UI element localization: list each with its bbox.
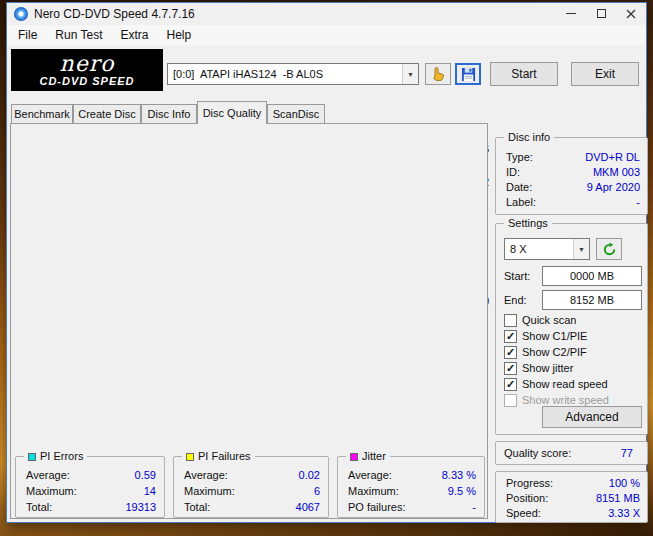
disc-label-label: Label: <box>506 196 536 208</box>
checkbox-label: Show jitter <box>522 362 573 374</box>
jitter-color-chip <box>350 453 358 461</box>
start-position-input[interactable]: 0000 MB <box>542 266 642 286</box>
checkbox-box[interactable]: ✓ <box>504 362 517 375</box>
pie-total-value: 19313 <box>125 501 156 513</box>
minimize-button[interactable] <box>556 3 586 24</box>
checkbox-label: Show C2/PIF <box>522 346 587 358</box>
pif-total-value: 4067 <box>296 501 320 513</box>
disc-info-title-text: Disc info <box>508 131 550 144</box>
disc-date-label: Date: <box>506 181 532 193</box>
tab-scandisc[interactable]: ScanDisc <box>267 104 325 123</box>
checkbox-box[interactable] <box>504 314 517 327</box>
pie-average-value: 0.59 <box>135 469 156 481</box>
pi-errors-panel: PI Errors Average:0.59 Maximum:14 Total:… <box>15 456 165 518</box>
disc-date-value: 9 Apr 2020 <box>587 181 640 193</box>
save-button[interactable] <box>455 63 481 85</box>
check-icon: ✓ <box>506 347 515 358</box>
checkbox-box <box>504 394 517 407</box>
checkbox-label: Show C1/PIE <box>522 330 587 342</box>
minimize-icon <box>566 13 576 14</box>
checkbox-box[interactable]: ✓ <box>504 330 517 343</box>
pie-total-label: Total: <box>26 501 52 513</box>
eject-hand-button[interactable] <box>425 63 451 85</box>
checkbox-show-c2-pif[interactable]: ✓Show C2/PIF <box>504 344 644 360</box>
disc-id-value: MKM 003 <box>593 166 640 178</box>
menu-help[interactable]: Help <box>158 26 201 44</box>
drive-select-value: [0:0] ATAPI iHAS124 -B AL0S <box>168 68 402 80</box>
checkbox-label: Quick scan <box>522 314 576 326</box>
jitter-panel-title: Jitter <box>346 450 390 463</box>
checkbox-show-c1-pie[interactable]: ✓Show C1/PIE <box>504 328 644 344</box>
disc-label-value: - <box>636 196 640 208</box>
pi-failures-panel-title: PI Failures <box>182 450 255 463</box>
checkbox-quick-scan[interactable]: Quick scan <box>504 312 644 328</box>
chevron-down-icon[interactable]: ▼ <box>402 64 418 84</box>
menu-file[interactable]: File <box>9 26 46 44</box>
maximize-button[interactable] <box>586 3 616 24</box>
pi-failures-color-chip <box>186 453 194 461</box>
pif-average-label: Average: <box>184 469 228 481</box>
disc-info-panel: Disc info Type:DVD+R DL ID:MKM 003 Date:… <box>495 137 648 215</box>
chevron-down-icon[interactable]: ▼ <box>573 239 589 259</box>
progress-value: 100 % <box>609 477 640 489</box>
po-failures-label: PO failures: <box>348 501 405 513</box>
speed-value: 3.33 X <box>608 507 640 519</box>
drive-select[interactable]: [0:0] ATAPI iHAS124 -B AL0S ▼ <box>167 63 419 85</box>
advanced-button[interactable]: Advanced <box>542 406 642 428</box>
pie-average-label: Average: <box>26 469 70 481</box>
start-button[interactable]: Start <box>490 62 558 86</box>
checkbox-label: Show read speed <box>522 378 608 390</box>
save-icon <box>461 67 476 82</box>
scan-speed-select[interactable]: 8 X ▼ <box>504 238 590 260</box>
check-icon: ✓ <box>506 379 515 390</box>
quality-score-value: 77 <box>621 447 633 459</box>
progress-label: Progress: <box>506 477 553 489</box>
check-icon: ✓ <box>506 331 515 342</box>
scan-speed-value: 8 X <box>505 243 573 255</box>
pi-failures-panel: PI Failures Average:0.02 Maximum:6 Total… <box>173 456 329 518</box>
settings-panel: Settings 8 X ▼ Start: 0000 MB End: 8152 … <box>495 223 648 435</box>
checkbox-box[interactable]: ✓ <box>504 378 517 391</box>
settings-panel-title: Settings <box>504 217 552 230</box>
quality-score-label: Quality score: <box>504 447 571 459</box>
maximize-icon <box>597 9 606 18</box>
jitter-maximum-value: 9.5 % <box>448 485 476 497</box>
app-window: Nero CD-DVD Speed 4.7.7.16 File Run Test… <box>6 2 647 523</box>
checkbox-box[interactable]: ✓ <box>504 346 517 359</box>
tab-disc-info[interactable]: Disc Info <box>141 104 197 123</box>
nero-logo: nero CD-DVD SPEED <box>11 49 163 91</box>
close-icon <box>626 9 636 19</box>
refresh-button[interactable] <box>596 238 622 260</box>
exit-button[interactable]: Exit <box>571 62 639 86</box>
pif-maximum-value: 6 <box>314 485 320 497</box>
end-position-input[interactable]: 8152 MB <box>542 290 642 310</box>
title-bar[interactable]: Nero CD-DVD Speed 4.7.7.16 <box>7 3 646 25</box>
pi-errors-color-chip <box>28 453 36 461</box>
menu-bar: File Run Test Extra Help <box>7 25 646 45</box>
refresh-icon <box>602 242 617 257</box>
settings-title-text: Settings <box>508 217 548 230</box>
speed-label: Speed: <box>506 507 541 519</box>
close-button[interactable] <box>616 3 646 24</box>
pi-errors-panel-title: PI Errors <box>24 450 87 463</box>
tab-create-disc[interactable]: Create Disc <box>73 104 141 123</box>
jitter-average-label: Average: <box>348 469 392 481</box>
quality-score-panel: Quality score: 77 <box>495 441 648 465</box>
checkbox-show-jitter[interactable]: ✓Show jitter <box>504 360 644 376</box>
jitter-maximum-label: Maximum: <box>348 485 399 497</box>
menu-extra[interactable]: Extra <box>111 26 157 44</box>
tab-disc-quality[interactable]: Disc Quality <box>197 101 267 124</box>
cddvd-speed-logo-text: CD-DVD SPEED <box>39 75 134 87</box>
po-failures-value: - <box>472 501 476 513</box>
pif-maximum-label: Maximum: <box>184 485 235 497</box>
disc-info-panel-title: Disc info <box>504 131 554 144</box>
progress-panel: Progress:100 % Position:8151 MB Speed:3.… <box>495 471 648 523</box>
hand-icon <box>430 66 446 82</box>
check-icon: ✓ <box>506 363 515 374</box>
tab-benchmark[interactable]: Benchmark <box>11 104 73 123</box>
menu-run-test[interactable]: Run Test <box>46 26 111 44</box>
checkbox-show-read-speed[interactable]: ✓Show read speed <box>504 376 644 392</box>
settings-checkboxes: Quick scan✓Show C1/PIE✓Show C2/PIF✓Show … <box>504 312 644 408</box>
position-label: Position: <box>506 492 548 504</box>
jitter-title-text: Jitter <box>362 450 386 463</box>
